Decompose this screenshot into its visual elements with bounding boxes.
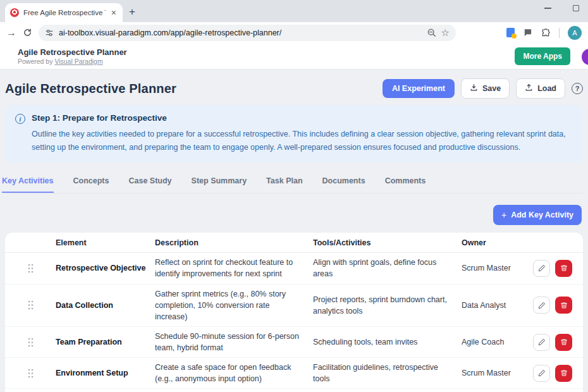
cell-element: Environment Setup [56, 369, 155, 377]
save-button[interactable]: Save [461, 78, 510, 99]
step-title: Step 1: Prepare for Retrospective [32, 113, 573, 123]
table-row: Environment Setup Create a safe space fo… [5, 358, 583, 389]
divider [559, 28, 560, 38]
app-header: Agile Retrospective Planner Powered by V… [0, 43, 588, 70]
load-button[interactable]: Load [516, 78, 565, 99]
cell-tools: Project reports, sprint burndown chart, … [313, 294, 462, 317]
window-maximize-button[interactable] [573, 5, 579, 11]
upload-icon [525, 83, 533, 94]
add-key-activity-label: Add Key Activity [511, 211, 573, 219]
browser-address-bar: → ai-toolbox.visual-paradigm.com/app/agi… [0, 22, 588, 43]
load-button-label: Load [537, 84, 556, 93]
download-icon [470, 83, 478, 94]
main-content: Agile Retrospective Planner AI Experimen… [0, 70, 588, 392]
reload-icon[interactable] [23, 28, 32, 37]
edit-button[interactable] [533, 297, 550, 314]
cell-description: Reflect on sprint for checkout feature t… [155, 257, 313, 279]
drag-handle-icon[interactable] [5, 369, 56, 378]
cell-element: Retrospective Objective [56, 264, 155, 273]
url-text[interactable]: ai-toolbox.visual-paradigm.com/app/agile… [59, 28, 422, 37]
extensions-puzzle-icon[interactable] [541, 28, 551, 38]
cell-description: Create a safe space for open feedback (e… [155, 362, 313, 384]
cell-description: Schedule 90-minute session for 6-person … [155, 331, 313, 353]
browser-tab-strip: Free Agile Retrospective Tool | F × + [0, 0, 588, 22]
header-tools: Tools/Activities [313, 238, 462, 247]
cell-tools: Scheduling tools, team invites [313, 336, 462, 348]
header-element: Element [56, 238, 155, 247]
step-description: Outline the key activities needed to pre… [32, 128, 573, 154]
site-settings-icon[interactable] [45, 28, 54, 37]
cell-element: Team Preparation [56, 338, 155, 346]
browser-tab[interactable]: Free Agile Retrospective Tool | F × [5, 3, 123, 22]
tab-documents[interactable]: Documents [322, 173, 365, 193]
tab-concepts[interactable]: Concepts [73, 173, 109, 193]
cell-tools: Facilitation guidelines, retrospective t… [313, 362, 462, 384]
table-row: Retrospective Objective Reflect on sprin… [5, 253, 583, 284]
step-info-box: i Step 1: Prepare for Retrospective Outl… [5, 105, 583, 162]
ai-experiment-button[interactable]: AI Experiment [383, 79, 455, 98]
new-tab-button[interactable]: + [129, 6, 135, 18]
delete-button[interactable] [555, 334, 572, 351]
site-favicon-icon [10, 8, 19, 17]
window-minimize-button[interactable] [544, 8, 551, 9]
info-icon: i [15, 114, 25, 124]
drag-handle-icon[interactable] [5, 300, 56, 310]
key-activities-table: Element Description Tools/Activities Own… [5, 233, 583, 392]
comment-icon[interactable] [523, 28, 532, 37]
tab-key-activities[interactable]: Key Activities [2, 173, 54, 193]
table-row: Team Preparation Schedule 90-minute sess… [5, 327, 583, 358]
tab-step-summary[interactable]: Step Summary [192, 173, 247, 193]
cell-description: Gather sprint metrics (e.g., 80% story c… [155, 288, 313, 322]
tab-title: Free Agile Retrospective Tool | F [23, 9, 106, 16]
apps-avatar-partial[interactable] [582, 49, 588, 65]
tab-case-study[interactable]: Case Study [128, 173, 171, 193]
drag-handle-icon[interactable] [5, 264, 56, 273]
edit-button[interactable] [533, 334, 550, 351]
drag-handle-icon[interactable] [5, 338, 56, 347]
powered-by: Powered by Visual Paradigm [18, 58, 127, 65]
plus-icon: + [501, 210, 506, 220]
tab-task-plan[interactable]: Task Plan [266, 173, 302, 193]
delete-button[interactable] [555, 297, 572, 314]
cell-owner: Scrum Master [462, 262, 533, 274]
cell-owner: Data Analyst [462, 300, 533, 311]
header-description: Description [155, 238, 313, 247]
powered-by-prefix: Powered by [18, 58, 54, 65]
url-field[interactable]: ai-toolbox.visual-paradigm.com/app/agile… [39, 25, 456, 41]
cell-element: Data Collection [56, 301, 155, 310]
delete-button[interactable] [555, 260, 572, 277]
zoom-out-icon[interactable] [427, 28, 436, 37]
bookmark-star-icon[interactable]: ☆ [441, 27, 450, 39]
save-button-label: Save [482, 84, 501, 93]
delete-button[interactable] [555, 365, 572, 382]
more-apps-button[interactable]: More Apps [515, 47, 570, 65]
tab-bar: Key Activities Concepts Case Study Step … [5, 173, 583, 193]
translate-extension-icon[interactable] [506, 28, 515, 37]
app-title: Agile Retrospective Planner [18, 47, 127, 57]
edit-button[interactable] [533, 260, 550, 277]
cell-tools: Align with sprint goals, define focus ar… [313, 257, 462, 279]
edit-button[interactable] [533, 365, 550, 382]
table-row: Stakeholder Input Include feedback from … [5, 389, 583, 392]
cell-owner: Agile Coach [462, 336, 533, 348]
table-row: Data Collection Gather sprint metrics (e… [5, 285, 583, 327]
profile-avatar[interactable]: A [568, 26, 582, 40]
help-icon[interactable]: ? [572, 83, 583, 94]
table-header-row: Element Description Tools/Activities Own… [5, 233, 583, 253]
page-title: Agile Retrospective Planner [5, 82, 176, 96]
add-key-activity-button[interactable]: + Add Key Activity [493, 205, 582, 225]
forward-icon[interactable]: → [6, 27, 16, 39]
visual-paradigm-link[interactable]: Visual Paradigm [54, 58, 102, 65]
tab-close-icon[interactable]: × [110, 8, 118, 18]
header-owner: Owner [462, 238, 533, 247]
tab-comments[interactable]: Comments [385, 173, 426, 193]
cell-owner: Scrum Master [462, 367, 533, 379]
